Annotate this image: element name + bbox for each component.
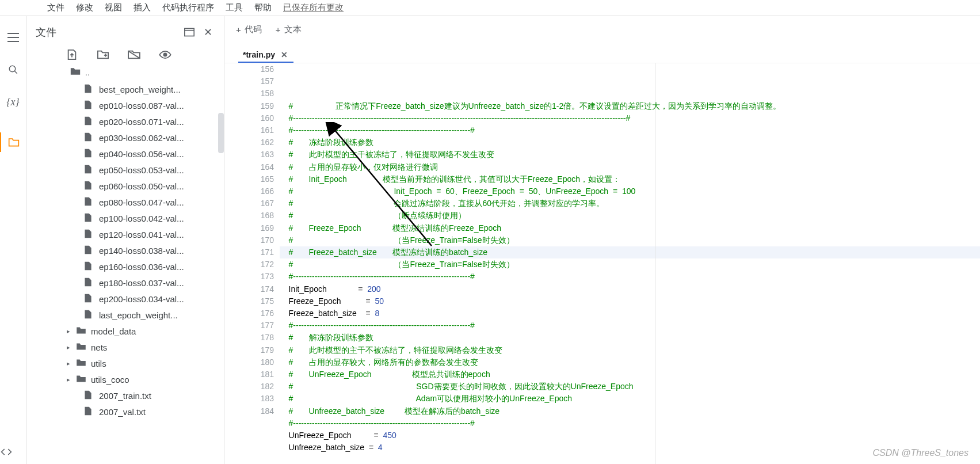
code-snippet-icon[interactable] bbox=[0, 446, 13, 458]
item-label: 2007_val.txt bbox=[99, 407, 146, 417]
item-label: ep120-loss0.041-val... bbox=[99, 230, 184, 239]
menu-help[interactable]: 帮助 bbox=[254, 2, 272, 13]
file-icon bbox=[84, 149, 94, 159]
file-icon bbox=[84, 213, 94, 224]
file-icon bbox=[84, 229, 94, 240]
upload-icon[interactable] bbox=[66, 48, 78, 61]
file-icon bbox=[84, 84, 94, 95]
file-item[interactable]: 2007_train.txt bbox=[84, 387, 224, 404]
folder-icon bbox=[76, 326, 86, 336]
file-item[interactable]: ep080-loss0.047-val... bbox=[84, 194, 224, 210]
code-editor[interactable]: 1561571581591601611621631641651661671681… bbox=[224, 63, 980, 464]
item-label: ep040-loss0.056-val... bbox=[99, 149, 184, 159]
file-item[interactable]: ep120-loss0.041-val... bbox=[84, 226, 224, 242]
file-item[interactable]: ep020-loss0.071-val... bbox=[84, 113, 224, 130]
plus-icon: + bbox=[236, 25, 241, 35]
save-status: 已保存所有更改 bbox=[283, 2, 344, 13]
file-icon bbox=[84, 116, 94, 127]
editor-area: +代码 +文本 *train.py ✕ 15615715815916016116… bbox=[224, 16, 980, 464]
file-icon bbox=[84, 261, 94, 272]
file-icon bbox=[84, 181, 94, 192]
file-item[interactable]: best_epoch_weight... bbox=[84, 81, 224, 97]
tab-label: *train.py bbox=[243, 50, 275, 59]
file-item[interactable]: ep100-loss0.042-val... bbox=[84, 210, 224, 226]
item-label: ep160-loss0.036-val... bbox=[99, 262, 184, 272]
folder-item[interactable]: utils_coco bbox=[84, 371, 224, 387]
file-tree[interactable]: best_epoch_weight...ep010-loss0.087-val.… bbox=[26, 79, 224, 464]
file-toolbar bbox=[26, 44, 224, 63]
item-label: best_epoch_weight... bbox=[99, 85, 181, 94]
file-item[interactable]: 2007_val.txt bbox=[84, 404, 224, 420]
item-label: ep050-loss0.053-val... bbox=[99, 165, 184, 175]
item-label: ep010-loss0.087-val... bbox=[99, 101, 184, 111]
toc-icon[interactable] bbox=[7, 31, 20, 44]
parent-folder-label: .. bbox=[85, 68, 90, 77]
menubar: 文件 修改 视图 插入 代码执行程序 工具 帮助 已保存所有更改 bbox=[0, 0, 980, 16]
file-icon bbox=[84, 245, 94, 256]
svg-rect-2 bbox=[185, 28, 194, 36]
left-rail: {x} bbox=[0, 16, 26, 464]
add-text-button[interactable]: +文本 bbox=[276, 24, 302, 35]
file-icon bbox=[84, 165, 94, 176]
menu-insert[interactable]: 插入 bbox=[134, 2, 151, 13]
tab-train-py[interactable]: *train.py ✕ bbox=[238, 47, 293, 63]
item-label: ep030-loss0.062-val... bbox=[99, 133, 184, 143]
tab-close-icon[interactable]: ✕ bbox=[281, 50, 288, 59]
variables-icon[interactable]: {x} bbox=[7, 96, 20, 108]
item-label: utils bbox=[91, 359, 106, 368]
new-folder-icon[interactable] bbox=[97, 48, 109, 61]
item-label: ep180-loss0.037-val... bbox=[99, 278, 184, 288]
item-label: ep060-loss0.050-val... bbox=[99, 181, 184, 191]
cell-toolbar: +代码 +文本 bbox=[224, 16, 980, 42]
item-label: ep080-loss0.047-val... bbox=[99, 197, 184, 207]
menu-file[interactable]: 文件 bbox=[47, 2, 64, 13]
item-label: ep020-loss0.071-val... bbox=[99, 117, 184, 127]
code-content[interactable]: # 正常情况下Freeze_batch_size建议为Unfreeze_batc… bbox=[280, 63, 980, 464]
mount-drive-icon[interactable] bbox=[128, 48, 140, 61]
file-icon bbox=[84, 390, 94, 401]
item-label: utils_coco bbox=[91, 375, 129, 385]
menu-edit[interactable]: 修改 bbox=[76, 2, 93, 13]
file-item[interactable]: ep010-loss0.087-val... bbox=[84, 97, 224, 113]
file-item[interactable]: ep140-loss0.038-val... bbox=[84, 242, 224, 258]
scrollbar-thumb[interactable] bbox=[218, 113, 224, 153]
file-icon bbox=[84, 197, 94, 208]
search-icon[interactable] bbox=[7, 63, 20, 76]
item-label: ep140-loss0.038-val... bbox=[99, 246, 184, 256]
folder-icon bbox=[76, 359, 86, 368]
show-hidden-icon[interactable] bbox=[159, 48, 171, 61]
item-label: ep200-loss0.034-val... bbox=[99, 294, 184, 304]
file-item[interactable]: last_epoch_weight... bbox=[84, 307, 224, 323]
file-item[interactable]: ep050-loss0.053-val... bbox=[84, 162, 224, 178]
file-item[interactable]: ep180-loss0.037-val... bbox=[84, 275, 224, 291]
file-icon bbox=[84, 100, 94, 111]
svg-point-0 bbox=[9, 66, 16, 72]
folder-item[interactable]: utils bbox=[84, 355, 224, 371]
file-panel: 文件 ✕ .. best_epoch_we bbox=[26, 16, 224, 464]
file-item[interactable]: ep060-loss0.050-val... bbox=[84, 178, 224, 194]
close-icon[interactable]: ✕ bbox=[201, 25, 215, 39]
plus-icon: + bbox=[276, 25, 281, 35]
folder-item[interactable]: nets bbox=[84, 339, 224, 355]
tab-row: *train.py ✕ bbox=[224, 42, 980, 63]
item-label: ep100-loss0.042-val... bbox=[99, 214, 184, 223]
folder-icon bbox=[76, 343, 86, 352]
folder-item[interactable]: model_data bbox=[84, 323, 224, 339]
menu-tools[interactable]: 工具 bbox=[226, 2, 243, 13]
file-icon bbox=[84, 310, 94, 321]
menu-runtime[interactable]: 代码执行程序 bbox=[162, 2, 214, 13]
folder-icon bbox=[76, 375, 86, 385]
svg-point-7 bbox=[163, 53, 166, 56]
item-label: nets bbox=[91, 343, 107, 352]
file-item[interactable]: ep040-loss0.056-val... bbox=[84, 146, 224, 162]
new-window-icon[interactable] bbox=[182, 25, 196, 39]
watermark: CSDN @ThreeS_tones bbox=[872, 448, 968, 458]
parent-folder[interactable]: .. bbox=[26, 63, 224, 79]
file-item[interactable]: ep160-loss0.036-val... bbox=[84, 258, 224, 275]
add-code-button[interactable]: +代码 bbox=[236, 24, 262, 35]
file-item[interactable]: ep200-loss0.034-val... bbox=[84, 291, 224, 307]
folder-icon bbox=[70, 67, 81, 78]
menu-view[interactable]: 视图 bbox=[105, 2, 122, 13]
file-item[interactable]: ep030-loss0.062-val... bbox=[84, 130, 224, 146]
files-tab-icon[interactable] bbox=[0, 132, 26, 152]
